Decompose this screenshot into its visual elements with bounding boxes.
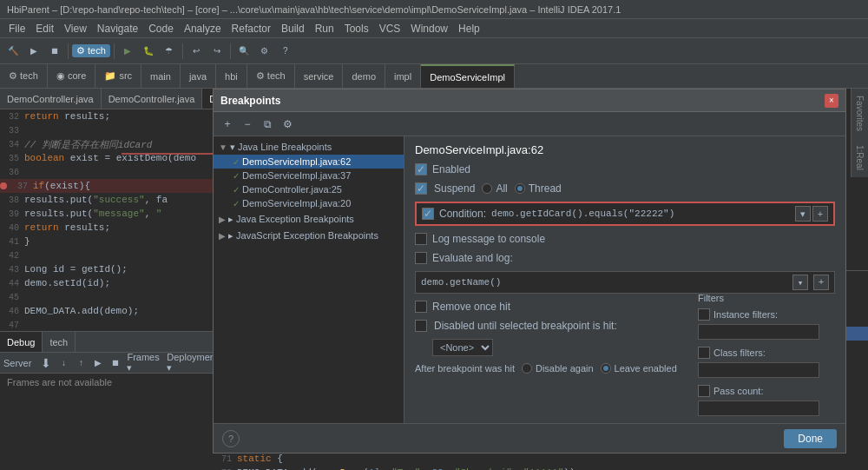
tab-tech2[interactable]: ⚙ tech xyxy=(247,64,295,88)
radio-all-btn[interactable] xyxy=(482,183,492,194)
dialog-settings-btn[interactable]: ⚙ xyxy=(279,116,296,133)
menu-navigate[interactable]: Navigate xyxy=(92,23,143,35)
dialog-copy-btn[interactable]: ⧉ xyxy=(259,116,276,133)
menu-analyze[interactable]: Analyze xyxy=(179,23,227,35)
pass-count-input[interactable] xyxy=(698,400,819,416)
pass-count-checkbox[interactable] xyxy=(698,385,710,397)
menu-edit[interactable]: Edit xyxy=(30,23,59,35)
radio-all-label: All xyxy=(496,182,507,195)
coverage-btn[interactable]: ☂ xyxy=(160,42,179,61)
condition-input[interactable] xyxy=(491,209,790,219)
condition-history-btn[interactable]: ▾ xyxy=(795,206,811,222)
disabled-checkbox[interactable] xyxy=(415,320,427,332)
bp-suspend-row: ✓ Suspend All Thread xyxy=(415,182,835,195)
bp-suspend-checkbox[interactable]: ✓ xyxy=(415,182,427,195)
tab-java[interactable]: java xyxy=(181,64,216,88)
leave-enabled-label: Leave enabled xyxy=(615,363,677,374)
menu-window[interactable]: Window xyxy=(405,23,453,35)
code-line-33: 33 xyxy=(0,123,220,137)
disable-again-btn[interactable] xyxy=(522,363,532,374)
debug-step-out[interactable]: ↑ xyxy=(73,354,89,373)
redo-btn[interactable]: ↪ xyxy=(207,42,227,61)
breadcrumb-tabs: ⚙ tech ◉ core 📁 src main java hbi ⚙ tech… xyxy=(0,64,868,89)
eval-add-btn[interactable]: + xyxy=(813,275,829,290)
tab-core[interactable]: ◉ core xyxy=(48,64,95,88)
tab-main[interactable]: main xyxy=(141,64,181,88)
dialog-title: Breakpoints xyxy=(220,95,280,107)
search-btn[interactable]: 🔍 xyxy=(234,42,253,61)
undo-btn[interactable]: ↩ xyxy=(187,42,206,61)
debug-tab-debug[interactable]: Debug xyxy=(0,332,43,352)
menu-tools[interactable]: Tools xyxy=(339,23,374,35)
menu-refactor[interactable]: Refactor xyxy=(227,23,276,35)
eval-input[interactable] xyxy=(421,277,787,288)
leave-enabled-btn[interactable] xyxy=(601,363,611,374)
bp-detail-title: DemoServiceImpl.java:62 xyxy=(415,143,835,156)
toolbar-btn-2[interactable]: ⏹ xyxy=(45,42,64,61)
debug-tab-tech[interactable]: tech xyxy=(43,332,76,352)
side-real[interactable]: 1:Real xyxy=(855,142,865,174)
tab-service[interactable]: service xyxy=(295,64,344,88)
menu-run[interactable]: Run xyxy=(310,23,339,35)
tree-group-js-exception-label: ▸ JavaScript Exception Breakpoints xyxy=(228,230,378,242)
instance-filter-checkbox[interactable] xyxy=(698,308,710,321)
check-37: ✓ xyxy=(233,171,240,181)
tab-tech[interactable]: ⚙ tech xyxy=(0,64,48,88)
filters-title: Filters xyxy=(698,293,837,303)
tab-hbi[interactable]: hbi xyxy=(216,64,247,88)
eval-history-btn[interactable]: ▾ xyxy=(792,275,808,290)
bp-enabled-checkbox[interactable]: ✓ xyxy=(415,163,427,175)
menu-view[interactable]: View xyxy=(59,23,92,35)
tree-group-js-exception-header[interactable]: ▶ ▸ JavaScript Exception Breakpoints xyxy=(214,228,404,243)
expand-icon-js: ▶ xyxy=(219,231,226,241)
menu-vcs[interactable]: VCS xyxy=(374,23,406,35)
tab-demoserviceimpl[interactable]: DemoServiceImpl xyxy=(421,64,515,88)
done-button[interactable]: Done xyxy=(784,429,837,448)
toolbar-build-btn[interactable]: 🔨 xyxy=(3,42,23,61)
eval-box: ▾ + xyxy=(415,271,835,294)
tech-badge[interactable]: ⚙ tech xyxy=(72,44,110,57)
dialog-add-btn[interactable]: + xyxy=(219,116,236,133)
run-btn[interactable]: ▶ xyxy=(118,42,137,61)
tab-impl[interactable]: impl xyxy=(385,64,421,88)
tree-item-20[interactable]: ✓ DemoServiceImpl.java:20 xyxy=(214,196,404,210)
debug-stop[interactable]: ⏹ xyxy=(108,354,123,373)
dialog-remove-btn[interactable]: − xyxy=(239,116,256,133)
log-checkbox[interactable] xyxy=(415,233,427,245)
tree-item-37[interactable]: ✓ DemoServiceImpl.java:37 xyxy=(214,169,404,182)
help-icon[interactable]: ? xyxy=(222,430,240,447)
editor-tab-democontroller2[interactable]: DemoController.java xyxy=(102,89,203,109)
tree-item-62[interactable]: ✓ DemoServiceImpl.java:62 xyxy=(214,155,404,169)
settings-btn[interactable]: ⚙ xyxy=(255,42,274,61)
class-filter-label: Class filters: xyxy=(713,348,766,358)
dialog-close-btn[interactable]: × xyxy=(825,94,838,108)
debug-resume[interactable]: ▶ xyxy=(90,354,106,373)
condition-label: Condition: xyxy=(439,208,486,220)
debug-step-over[interactable]: ⬇ xyxy=(38,354,54,373)
tab-src[interactable]: 📁 src xyxy=(95,64,141,88)
menu-help[interactable]: Help xyxy=(453,23,485,35)
tab-demo[interactable]: demo xyxy=(343,64,385,88)
help-btn2[interactable]: ? xyxy=(276,42,295,61)
debug-step-into[interactable]: ↓ xyxy=(56,354,71,373)
toolbar-btn-1[interactable]: ▶ xyxy=(24,42,43,61)
eval-checkbox[interactable] xyxy=(415,252,427,264)
tree-group-java-exception-header[interactable]: ▶ ▸ Java Exception Breakpoints xyxy=(214,212,404,227)
instance-filter-input[interactable] xyxy=(698,324,819,340)
menu-code[interactable]: Code xyxy=(143,23,179,35)
condition-checkbox[interactable]: ✓ xyxy=(422,208,434,220)
tree-group-java-line-header[interactable]: ▼ ▾ Java Line Breakpoints xyxy=(214,140,404,155)
radio-thread-btn[interactable] xyxy=(515,183,525,194)
class-filter-checkbox[interactable] xyxy=(698,347,710,359)
instance-filter-label: Instance filters: xyxy=(713,309,778,320)
menu-file[interactable]: File xyxy=(3,23,30,35)
debug-btn[interactable]: 🐛 xyxy=(139,42,158,61)
remove-checkbox[interactable] xyxy=(415,301,427,313)
class-filter-input[interactable] xyxy=(698,362,819,378)
editor-tab-democontroller[interactable]: DemoController.java xyxy=(0,89,102,109)
side-favorites[interactable]: Favorites xyxy=(855,92,865,135)
disabled-select[interactable]: <None> xyxy=(432,339,493,356)
menu-build[interactable]: Build xyxy=(276,23,310,35)
condition-add-btn[interactable]: + xyxy=(812,206,828,222)
tree-item-25[interactable]: ✓ DemoController.java:25 xyxy=(214,182,404,196)
